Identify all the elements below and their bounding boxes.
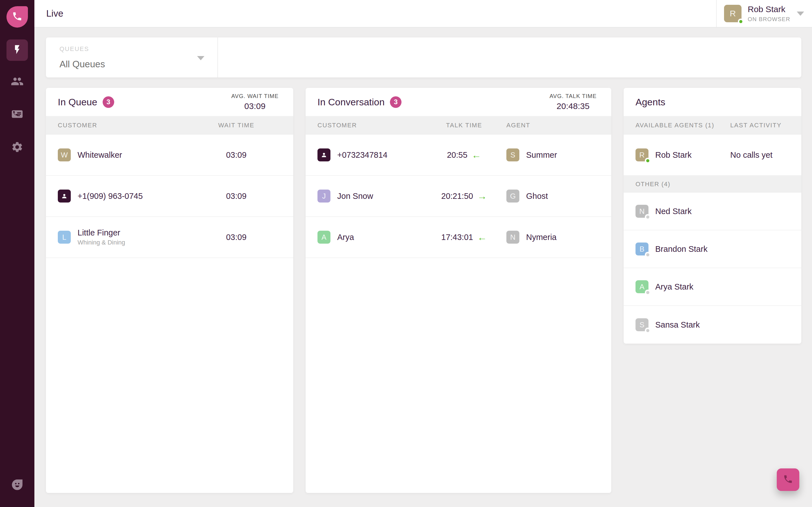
agent-cell: B Brandon Stark (636, 242, 730, 256)
column-header-customer: CUSTOMER (317, 122, 422, 129)
customer-name: +1(909) 963-0745 (78, 191, 143, 201)
agent-cell: S Sansa Stark (636, 318, 730, 331)
talk-time-value: 20:55 (447, 151, 467, 160)
conversation-row[interactable]: A Arya 17:43:01 ← N Nymeria (306, 217, 611, 258)
agent-cell: G Ghost (506, 189, 599, 203)
call-direction-arrow-icon: ← (472, 150, 481, 160)
agent-name: Rob Stark (655, 151, 692, 160)
chevron-down-icon[interactable] (797, 11, 804, 16)
contact-card-icon (11, 108, 24, 122)
stat-label: AVG. TALK TIME (550, 93, 597, 100)
avatar: R (636, 149, 649, 161)
panel-title: In Queue (58, 97, 97, 108)
app-logo[interactable] (6, 6, 28, 27)
sidebar-item-contacts[interactable] (0, 75, 35, 89)
avg-talk-time-stat: AVG. TALK TIME 20:48:35 (550, 93, 597, 111)
talk-time-cell: 20:21:50 → (422, 191, 506, 201)
avatar: N (636, 205, 649, 218)
last-activity-value: No calls yet (730, 151, 790, 160)
agent-name: Sansa Stark (655, 320, 700, 330)
sidebar-item-feedback[interactable] (0, 477, 35, 492)
conversation-row[interactable]: +0732347814 20:55 ← S Summer (306, 135, 611, 176)
phone-icon (12, 11, 22, 23)
agents-panel: Agents AVAILABLE AGENTS (1) LAST ACTIVIT… (624, 88, 801, 344)
avatar: A (317, 231, 331, 244)
status-dot (645, 158, 651, 164)
queue-row[interactable]: L Little Finger Whining & Dining 03:09 (46, 217, 293, 258)
customer-names: +1(909) 963-0745 (78, 191, 143, 201)
customer-cell: L Little Finger Whining & Dining (58, 228, 191, 246)
column-header-available-agents: AVAILABLE AGENTS (1) (636, 122, 730, 129)
in-queue-rows: W Whitewalker 03:09 +1(909) 963-0745 03:… (46, 135, 293, 258)
status-dot (645, 290, 651, 295)
page-title: Live (35, 8, 63, 19)
column-header-agent: AGENT (506, 122, 599, 129)
wait-time-value: 03:09 (191, 151, 282, 160)
customer-cell: W Whitewalker (58, 149, 191, 161)
sidebar-item-live[interactable] (6, 40, 28, 61)
avatar: A (636, 280, 649, 293)
in-queue-column-headers: CUSTOMER WAIT TIME (46, 116, 293, 135)
column-header-customer: CUSTOMER (58, 122, 191, 129)
stat-label: AVG. WAIT TIME (231, 93, 278, 100)
stat-value: 03:09 (231, 101, 278, 111)
avatar: J (317, 189, 331, 203)
customer-cell: A Arya (317, 231, 422, 244)
agent-name: Summer (526, 151, 557, 160)
avatar: L (58, 231, 71, 244)
queues-select[interactable]: QUEUES All Queues (46, 38, 218, 77)
agent-row[interactable]: A Arya Stark (624, 268, 801, 306)
customer-name: +0732347814 (337, 151, 388, 160)
customer-name: Arya (337, 233, 354, 242)
other-agent-rows: N Ned Stark B Brandon Stark A Arya Stark… (624, 193, 801, 344)
agent-row[interactable]: B Brandon Stark (624, 230, 801, 268)
customer-names: Whitewalker (78, 151, 122, 160)
call-direction-arrow-icon: ← (477, 232, 487, 242)
smiley-icon (10, 477, 24, 492)
in-queue-header: In Queue 3 AVG. WAIT TIME 03:09 (46, 88, 293, 116)
agent-name: Nymeria (526, 233, 557, 242)
talk-time-value: 17:43:01 (441, 233, 473, 242)
agents-header: Agents (624, 88, 801, 116)
agent-cell: S Summer (506, 149, 599, 161)
customer-cell: J Jon Snow (317, 189, 422, 203)
avg-wait-time-stat: AVG. WAIT TIME 03:09 (231, 93, 278, 111)
agent-row[interactable]: S Sansa Stark (624, 306, 801, 344)
status-dot (645, 214, 651, 220)
conversation-row[interactable]: J Jon Snow 20:21:50 → G Ghost (306, 176, 611, 217)
sidebar-item-call-history[interactable] (0, 108, 35, 122)
user-avatar-initial: R (730, 9, 736, 18)
phone-contact-avatar (58, 189, 71, 203)
avatar: W (58, 149, 71, 161)
talk-time-cell: 17:43:01 ← (422, 232, 506, 242)
agent-cell: N Nymeria (506, 231, 599, 244)
dropdown-caret-icon[interactable] (197, 56, 204, 60)
phone-contact-avatar (317, 149, 331, 161)
agent-name: Ghost (526, 191, 548, 201)
available-agent-rows: R Rob Stark No calls yet (624, 135, 801, 176)
agent-row[interactable]: R Rob Stark No calls yet (624, 135, 801, 176)
column-header-talk-time: TALK TIME (422, 122, 506, 129)
phone-icon (783, 474, 793, 485)
customer-name: Little Finger (78, 228, 125, 237)
queue-row[interactable]: W Whitewalker 03:09 (46, 135, 293, 176)
lightning-icon (12, 44, 22, 56)
user-menu[interactable]: R Rob Stark ON BROWSER (716, 0, 812, 27)
talk-time-cell: 20:55 ← (422, 150, 506, 160)
call-direction-arrow-icon: → (477, 191, 487, 201)
avatar: N (506, 231, 519, 244)
in-conversation-column-headers: CUSTOMER TALK TIME AGENT (306, 116, 611, 135)
queue-row[interactable]: +1(909) 963-0745 03:09 (46, 176, 293, 217)
sidebar-item-settings[interactable] (0, 141, 35, 154)
agent-row[interactable]: N Ned Stark (624, 193, 801, 230)
queues-value: All Queues (59, 59, 217, 69)
avatar: G (506, 189, 519, 203)
queues-filter-card: QUEUES All Queues (46, 38, 801, 77)
customer-cell: +1(909) 963-0745 (58, 189, 191, 203)
new-call-fab[interactable] (777, 468, 799, 491)
agent-name: Arya Stark (655, 282, 693, 291)
online-status-dot (738, 18, 744, 24)
avatar: S (636, 318, 649, 331)
other-agents-band: OTHER (4) (624, 176, 801, 193)
stat-value: 20:48:35 (550, 101, 597, 111)
